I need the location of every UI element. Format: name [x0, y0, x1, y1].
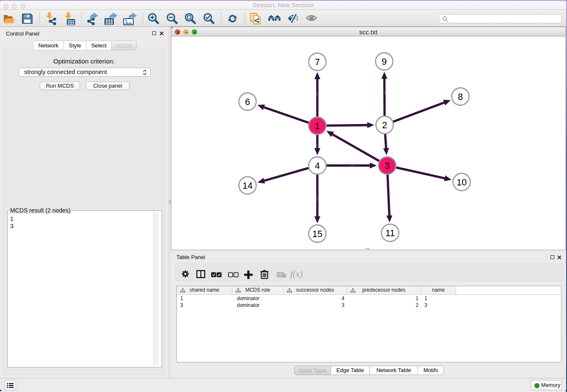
svg-text:14: 14	[242, 181, 253, 191]
svg-text:15: 15	[312, 229, 322, 239]
svg-text:2: 2	[382, 120, 387, 130]
svg-text:8: 8	[458, 92, 463, 102]
svg-text:6: 6	[245, 97, 250, 107]
svg-text:4: 4	[315, 161, 320, 171]
svg-text:3: 3	[385, 161, 390, 171]
svg-text:11: 11	[385, 228, 395, 238]
svg-text:7: 7	[315, 57, 320, 67]
svg-text:10: 10	[457, 177, 467, 188]
svg-text:9: 9	[382, 57, 387, 67]
svg-text:1: 1	[315, 121, 320, 131]
